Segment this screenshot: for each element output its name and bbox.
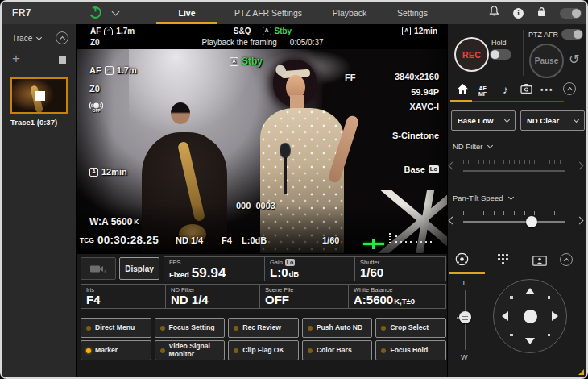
- pan-tilt-speed-section-label[interactable]: Pan-Tilt Speed: [453, 194, 513, 202]
- pan-tilt-diagonal-down-right[interactable]: [548, 334, 551, 337]
- tab-audio-icon[interactable]: ♪: [503, 84, 508, 95]
- trace-thumbnail[interactable]: [10, 77, 68, 114]
- iris-cell[interactable]: Iris F4: [81, 284, 166, 309]
- nd-osd: ND 1/4: [176, 235, 203, 245]
- tab-af-mf-icon[interactable]: AFMF: [478, 85, 487, 98]
- chevron-down-icon: [507, 194, 513, 200]
- pan-left-icon[interactable]: [502, 311, 508, 321]
- nd-slider-ticks: [463, 160, 565, 164]
- nd-slider-right-icon[interactable]: [576, 162, 584, 170]
- nd-filter-section-label[interactable]: ND Filter: [453, 142, 492, 151]
- zoom-slider-knob[interactable]: [459, 311, 471, 323]
- button-led: [86, 326, 91, 331]
- nd-clear-select[interactable]: ND Clear: [520, 110, 585, 131]
- lock-icon[interactable]: [537, 6, 546, 20]
- white-balance-cell[interactable]: White Balance A:5600K,T±0: [349, 284, 446, 309]
- stop-trace-icon[interactable]: [59, 56, 66, 64]
- joystick-collapse-icon[interactable]: [560, 253, 573, 266]
- add-trace-icon[interactable]: +: [12, 52, 20, 65]
- display-button[interactable]: Display: [119, 257, 159, 280]
- panel-collapse-icon[interactable]: [563, 82, 576, 95]
- assign-button-color-bars[interactable]: Color Bars: [302, 340, 373, 360]
- pan-tilt-slider-ticks: [463, 211, 565, 215]
- framing-auto-icon: A: [230, 57, 238, 66]
- scene-file-cell[interactable]: Scene File OFF: [260, 284, 349, 309]
- pan-right-icon[interactable]: [552, 311, 558, 321]
- info-icon[interactable]: i: [513, 8, 524, 19]
- nd-slider-track[interactable]: [463, 170, 565, 172]
- steadyshot-off-icon: OFF: [89, 101, 103, 113]
- tab-joystick-icon[interactable]: [455, 252, 469, 269]
- control-lock-toggle[interactable]: [560, 8, 582, 19]
- pan-tilt-joystick[interactable]: [493, 279, 567, 353]
- app-window: FR7 Live PTZ AFR Settings Playback Setti…: [0, 0, 588, 379]
- tab-ptz-afr-settings[interactable]: PTZ AFR Settings: [219, 2, 317, 24]
- tilt-down-icon[interactable]: [525, 338, 535, 344]
- tab-auto-framing-icon[interactable]: [532, 255, 547, 269]
- device-name: FR7: [12, 7, 31, 19]
- fps-cell[interactable]: FPS Fixed59.94: [164, 256, 265, 281]
- trace-sidebar: Trace + Trace1 (0:37): [2, 24, 77, 377]
- gain-osd: L:0dB: [242, 235, 267, 245]
- tab-live[interactable]: Live: [155, 2, 219, 24]
- power-icon[interactable]: [89, 6, 102, 19]
- assign-button-rec-review[interactable]: Rec Review: [228, 318, 299, 338]
- assign-button-clip-flag-ok[interactable]: Clip Flag OK: [228, 340, 299, 360]
- resize-corner: [578, 369, 584, 375]
- assign-button-marker[interactable]: Marker: [81, 340, 151, 360]
- framing-auto-icon: A: [263, 27, 271, 35]
- ptz-afr-toggle[interactable]: [561, 29, 583, 40]
- chevron-down-icon: [487, 143, 493, 148]
- tab-home-icon[interactable]: [457, 83, 469, 98]
- shutter-osd: 1/60: [322, 235, 339, 245]
- shutter-cell[interactable]: Shutter 1/60: [355, 256, 446, 281]
- joystick-center-button[interactable]: [524, 310, 537, 323]
- trace-dropdown-chevron-icon[interactable]: [36, 35, 42, 40]
- tab-camera-icon[interactable]: [520, 83, 532, 98]
- reset-icon[interactable]: ↺: [569, 52, 579, 67]
- assign-button-crop-select[interactable]: Crop Select: [375, 318, 446, 338]
- camera-settings-panel: x Display FPS Fixed59.94 GainLo L:0dB Sh…: [77, 254, 449, 377]
- button-led: [308, 348, 313, 353]
- pan-tilt-diagonal-up-left[interactable]: [510, 296, 513, 299]
- media-slot-icon: A: [89, 168, 98, 177]
- iris-osd: F4: [222, 235, 232, 245]
- pan-tilt-speed-increase-icon[interactable]: [576, 217, 584, 225]
- notifications-bell-icon[interactable]: [489, 6, 499, 20]
- power-menu-chevron-icon[interactable]: [112, 8, 120, 16]
- assign-button-direct-menu[interactable]: Direct Menu: [81, 318, 151, 338]
- tab-settings[interactable]: Settings: [382, 2, 443, 24]
- base-look-badge: Lo: [429, 165, 439, 173]
- nd-slider-left-icon[interactable]: [449, 162, 457, 170]
- assign-button-focus-setting[interactable]: Focus Setting: [155, 318, 226, 338]
- pan-tilt-diagonal-up-right[interactable]: [548, 296, 551, 299]
- monitor-stream-off-button[interactable]: x: [81, 257, 116, 280]
- toggle-knob: [572, 9, 581, 18]
- sidebar-collapse-icon[interactable]: [56, 31, 68, 44]
- base-look-select[interactable]: Base Low: [451, 110, 516, 131]
- trace-position-marker: [35, 91, 45, 101]
- assign-button-video-signal-monitor[interactable]: Video Signal Monitor: [155, 340, 226, 360]
- rec-hold-toggle[interactable]: [490, 49, 511, 60]
- framerate-osd: 59.94P: [411, 87, 439, 97]
- pan-tilt-slider-track[interactable]: [463, 221, 565, 223]
- assign-button-push-auto-nd[interactable]: Push Auto ND: [302, 318, 373, 338]
- pause-button[interactable]: Pause: [529, 44, 564, 78]
- tab-playback[interactable]: Playback: [317, 2, 382, 24]
- tab-more-icon[interactable]: •••: [540, 85, 554, 94]
- trace-panel-title: Trace: [12, 34, 32, 43]
- tilt-up-icon[interactable]: [525, 288, 535, 294]
- pan-tilt-speed-knob[interactable]: [526, 216, 537, 227]
- tab-presets-grid-icon[interactable]: [497, 253, 509, 269]
- rec-button[interactable]: REC: [454, 37, 489, 72]
- assign-button-focus-hold[interactable]: Focus Hold: [375, 340, 446, 360]
- gain-cell[interactable]: GainLo L:0dB: [265, 256, 355, 281]
- pan-tilt-diagonal-down-left[interactable]: [510, 334, 513, 337]
- ptz-control-panel: REC Hold PTZ AFR Pause ↺ AFMF ♪ ••• Base…: [447, 24, 586, 377]
- camera-live-view[interactable]: AF◠1.7m Z0 OFF AStby FF 3840x2160 59.94P…: [77, 49, 449, 253]
- audio-level-meter: [389, 233, 432, 244]
- pan-tilt-speed-decrease-icon[interactable]: [449, 217, 457, 225]
- nd-filter-cell[interactable]: ND Filter ND 1/4: [166, 284, 260, 309]
- zoom-tele-label: T: [462, 279, 466, 287]
- media-slot-icon: A: [402, 27, 411, 35]
